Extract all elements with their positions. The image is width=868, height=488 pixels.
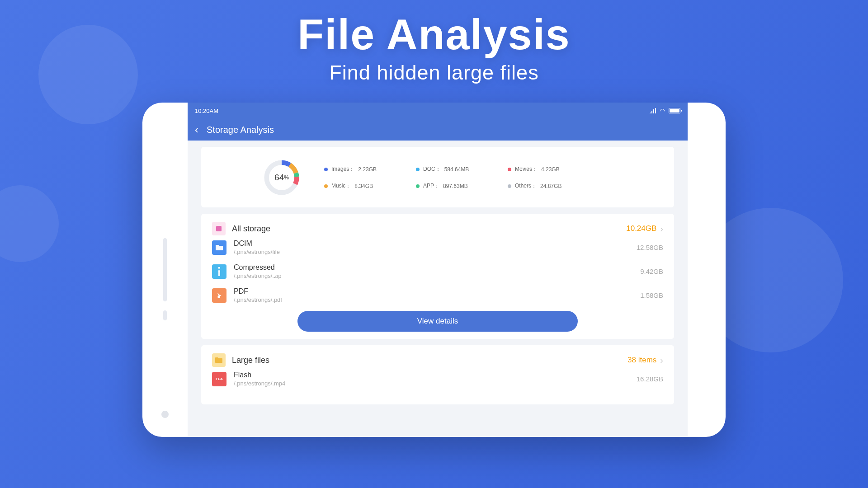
svg-rect-8 xyxy=(218,269,220,270)
file-name: PDF xyxy=(234,287,640,296)
file-size: 16.28GB xyxy=(637,375,663,383)
bg-decor-circle xyxy=(0,185,59,262)
summary-card: 64% Images：2.23GB DOC：584.64MB Movies：4.… xyxy=(201,147,674,207)
legend-item-app: APP：897.63MB xyxy=(416,182,504,190)
back-icon[interactable]: ‹ xyxy=(192,123,201,136)
all-storage-title: All storage xyxy=(232,224,270,234)
pdf-icon xyxy=(212,288,226,303)
large-files-header[interactable]: Large files 38 items › xyxy=(212,353,663,367)
file-size: 9.42GB xyxy=(640,267,663,275)
status-time: 10:20AM xyxy=(195,108,218,114)
view-details-button[interactable]: View details xyxy=(297,311,578,332)
file-row-dcim[interactable]: DCIM/.pns/estrongs/file 12.58GB xyxy=(212,235,663,259)
legend-item-doc: DOC：584.64MB xyxy=(416,165,504,173)
all-storage-icon xyxy=(212,222,226,235)
legend-item-movies: Movies：4.23GB xyxy=(508,165,596,173)
svg-rect-7 xyxy=(218,268,220,268)
hero-subtitle: Find hidden large files xyxy=(329,61,538,84)
large-files-icon xyxy=(212,353,226,367)
legend-item-music: Music：8.34GB xyxy=(324,182,412,190)
file-path: /.pns/estrongs/file xyxy=(234,249,637,255)
wifi-icon xyxy=(660,107,665,114)
legend: Images：2.23GB DOC：584.64MB Movies：4.23GB… xyxy=(324,165,596,190)
tablet-screen: 10:20AM ‹ Storage Analysis xyxy=(188,103,688,437)
all-storage-header[interactable]: All storage 10.24GB › xyxy=(212,222,663,235)
all-storage-total: 10.24GB xyxy=(626,224,656,233)
chevron-right-icon: › xyxy=(660,355,663,366)
file-path: /.pns/estrongs/.mp4 xyxy=(234,380,637,387)
legend-item-others: Others：24.87GB xyxy=(508,182,596,190)
file-name: Flash xyxy=(234,371,637,379)
usage-percent-unit: % xyxy=(284,174,289,181)
flash-file-icon: FLA xyxy=(212,372,226,386)
tablet-frame: 10:20AM ‹ Storage Analysis xyxy=(142,103,726,437)
legend-item-images: Images：2.23GB xyxy=(324,165,412,173)
status-bar: 10:20AM xyxy=(188,103,688,119)
large-files-count: 38 items xyxy=(627,356,656,365)
file-row-flash[interactable]: FLA Flash/.pns/estrongs/.mp4 16.28GB xyxy=(212,367,663,391)
file-path: /.pns/estrongs/.zip xyxy=(234,272,640,279)
battery-icon xyxy=(669,108,680,113)
front-camera xyxy=(161,411,169,418)
folder-icon xyxy=(212,240,226,255)
file-path: /.pns/estrongs/.pdf xyxy=(234,296,640,303)
file-row-compressed[interactable]: Compressed/.pns/estrongs/.zip 9.42GB xyxy=(212,259,663,283)
hero-title: File Analysis xyxy=(297,10,570,59)
large-files-title: Large files xyxy=(232,356,269,365)
bg-decor-circle xyxy=(38,25,138,124)
file-row-pdf[interactable]: PDF/.pns/estrongs/.pdf 1.58GB xyxy=(212,283,663,307)
tablet-bezel xyxy=(142,103,188,437)
signal-icon xyxy=(650,108,656,113)
file-size: 12.58GB xyxy=(637,244,663,251)
chevron-right-icon: › xyxy=(660,224,663,234)
svg-rect-9 xyxy=(218,271,220,271)
file-size: 1.58GB xyxy=(640,291,663,299)
svg-rect-5 xyxy=(216,226,222,231)
all-storage-card: All storage 10.24GB › DCIM/.pns/estrongs… xyxy=(201,214,674,339)
zip-icon xyxy=(212,264,226,279)
app-header: ‹ Storage Analysis xyxy=(188,119,688,141)
page-title: Storage Analysis xyxy=(207,125,274,135)
file-name: DCIM xyxy=(234,239,637,248)
usage-donut: 64% xyxy=(262,158,302,197)
speaker-slot xyxy=(163,238,167,301)
speaker-slot xyxy=(163,310,167,320)
file-name: Compressed xyxy=(234,263,640,272)
usage-percent: 64 xyxy=(274,173,284,183)
large-files-card: Large files 38 items › FLA Flash/.pns/es… xyxy=(201,345,674,404)
